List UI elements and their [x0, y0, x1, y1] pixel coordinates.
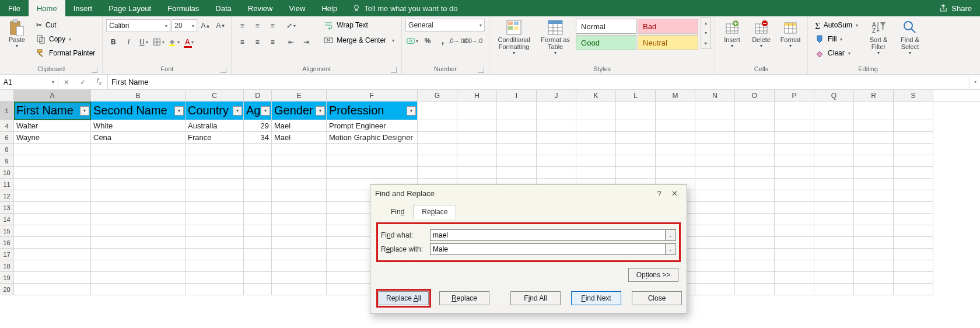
cell[interactable] — [695, 155, 735, 167]
col-header-N[interactable]: N — [695, 90, 735, 101]
cell[interactable] — [854, 155, 894, 167]
cell[interactable] — [418, 167, 457, 179]
cell[interactable] — [14, 167, 91, 179]
cell[interactable] — [735, 284, 775, 295]
cell[interactable] — [186, 225, 244, 237]
paste-button[interactable]: Paste▾ — [4, 18, 30, 48]
cell[interactable] — [894, 190, 933, 202]
cell[interactable] — [91, 155, 186, 167]
cell[interactable] — [695, 272, 735, 284]
cell[interactable] — [814, 249, 854, 260]
cell[interactable] — [894, 214, 933, 225]
replace-button[interactable]: Replace — [439, 291, 489, 305]
merge-center-button[interactable]: Merge & Center▾ — [320, 34, 398, 47]
cell[interactable] — [775, 237, 814, 249]
row-header[interactable]: 12 — [0, 190, 14, 202]
cell[interactable] — [854, 167, 894, 179]
cell[interactable] — [695, 225, 735, 237]
tab-home[interactable]: Home — [29, 0, 65, 16]
cell[interactable] — [775, 167, 814, 179]
cell[interactable] — [616, 155, 656, 167]
cell[interactable] — [497, 144, 537, 155]
cell[interactable] — [91, 214, 186, 225]
cell[interactable] — [457, 167, 497, 179]
cell[interactable] — [272, 155, 327, 167]
cell[interactable] — [775, 102, 814, 120]
number-dialog-launcher[interactable] — [478, 67, 484, 73]
cell[interactable] — [244, 155, 272, 167]
cancel-formula-button[interactable]: ✕ — [58, 78, 75, 86]
cell[interactable] — [272, 284, 327, 295]
cell[interactable] — [272, 214, 327, 225]
dialog-close-button[interactable]: ✕ — [667, 189, 682, 198]
cell[interactable] — [854, 120, 894, 132]
cell[interactable] — [186, 155, 244, 167]
col-header-H[interactable]: H — [457, 90, 497, 101]
cell[interactable] — [695, 144, 735, 155]
cell[interactable] — [695, 102, 735, 120]
col-header-L[interactable]: L — [616, 90, 656, 101]
tab-data[interactable]: Data — [207, 0, 239, 16]
cell[interactable] — [616, 102, 656, 120]
borders-button[interactable] — [152, 36, 165, 48]
find-what-input[interactable] — [430, 229, 666, 241]
cell[interactable] — [894, 272, 933, 284]
increase-indent-button[interactable]: ⇥ — [300, 36, 313, 48]
dialog-tab-find[interactable]: Find — [382, 205, 413, 219]
col-header-C[interactable]: C — [186, 90, 244, 101]
increase-decimal-button[interactable]: .0→.00 — [452, 34, 464, 47]
cell[interactable] — [327, 167, 418, 179]
cell[interactable]: Country▾ — [186, 102, 244, 120]
insert-cells-button[interactable]: Insert▾ — [719, 18, 746, 48]
cell[interactable] — [814, 190, 854, 202]
cell[interactable] — [576, 102, 616, 120]
cut-button[interactable]: ✂Cut — [33, 19, 99, 32]
cell[interactable] — [14, 144, 91, 155]
format-cells-button[interactable]: Format▾ — [777, 18, 804, 48]
col-header-G[interactable]: G — [418, 90, 457, 101]
filter-button[interactable]: ▾ — [174, 106, 184, 116]
cell[interactable] — [814, 167, 854, 179]
cell[interactable] — [695, 190, 735, 202]
styles-gallery-more[interactable]: ▴▾⏷ — [701, 18, 711, 49]
cell[interactable] — [272, 237, 327, 249]
cell[interactable] — [735, 102, 775, 120]
cell[interactable] — [91, 190, 186, 202]
cell[interactable] — [735, 225, 775, 237]
orientation-button[interactable]: ⤢ — [285, 19, 298, 32]
cell[interactable] — [656, 120, 695, 132]
find-next-button[interactable]: Find Next — [571, 291, 621, 305]
cell[interactable] — [91, 260, 186, 272]
cell[interactable] — [576, 155, 616, 167]
cell[interactable]: Motion Graphic Designer — [327, 132, 418, 144]
col-header-D[interactable]: D — [244, 90, 272, 101]
find-all-button[interactable]: Find All — [510, 291, 561, 305]
row-header[interactable]: 13 — [0, 202, 14, 214]
cell[interactable] — [695, 284, 735, 295]
style-bad[interactable]: Bad — [638, 19, 698, 34]
cell[interactable] — [244, 167, 272, 179]
replace-all-button[interactable]: Replace All — [379, 291, 429, 305]
row-header[interactable]: 6 — [0, 132, 14, 144]
row-header[interactable]: 10 — [0, 167, 14, 179]
cell[interactable] — [775, 225, 814, 237]
cell[interactable] — [894, 202, 933, 214]
cell[interactable] — [244, 284, 272, 295]
cell[interactable] — [854, 284, 894, 295]
cell[interactable] — [854, 132, 894, 144]
cell[interactable] — [616, 132, 656, 144]
cell[interactable] — [14, 179, 91, 190]
tab-page-layout[interactable]: Page Layout — [100, 0, 159, 16]
col-header-A[interactable]: A — [14, 90, 91, 101]
decrease-indent-button[interactable]: ⇤ — [285, 36, 298, 48]
cell[interactable] — [656, 155, 695, 167]
close-button[interactable]: Close — [632, 291, 682, 305]
cell[interactable] — [457, 120, 497, 132]
row-header[interactable]: 17 — [0, 249, 14, 260]
col-header-Q[interactable]: Q — [814, 90, 854, 101]
filter-button[interactable]: ▾ — [233, 106, 242, 116]
cell[interactable] — [576, 167, 616, 179]
cell[interactable] — [894, 167, 933, 179]
autosum-button[interactable]: ∑AutoSum▾ — [811, 19, 862, 32]
cell[interactable] — [14, 249, 91, 260]
